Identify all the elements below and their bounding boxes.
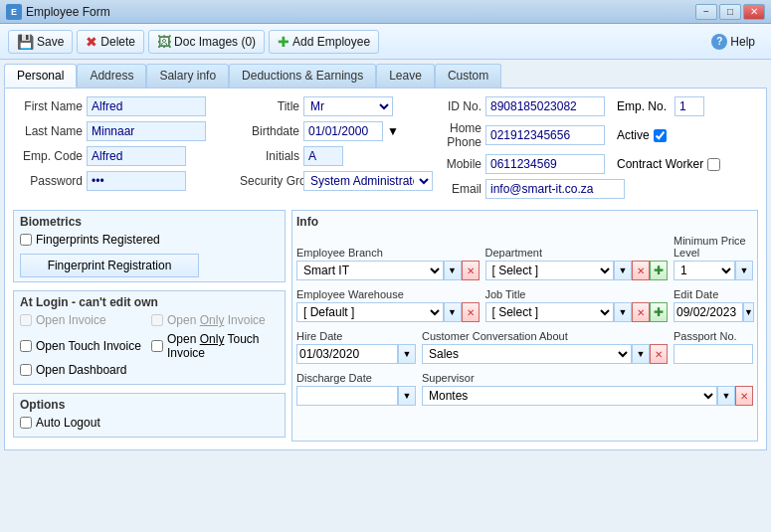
supervisor-clear-btn[interactable]: ✕ bbox=[735, 386, 753, 406]
employee-branch-clear-btn[interactable]: ✕ bbox=[462, 261, 480, 280]
department-select[interactable]: [ Select ] bbox=[485, 261, 615, 280]
hire-date-group: Hire Date ▼ bbox=[296, 330, 416, 364]
initials-input[interactable] bbox=[303, 146, 343, 166]
add-icon: ✚ bbox=[278, 34, 289, 50]
emp-code-input[interactable] bbox=[87, 146, 186, 166]
department-combo: [ Select ] ▼ ✕ ✚ bbox=[485, 261, 669, 280]
maximize-button[interactable]: □ bbox=[719, 4, 741, 20]
close-button[interactable]: ✕ bbox=[743, 4, 765, 20]
title-select[interactable]: MrMrsMsDr bbox=[303, 96, 393, 116]
tab-leave[interactable]: Leave bbox=[376, 64, 435, 88]
open-only-invoice-row: Open Only Invoice bbox=[151, 313, 279, 327]
job-title-clear-btn[interactable]: ✕ bbox=[632, 302, 650, 322]
job-title-label: Job Title bbox=[485, 288, 669, 300]
right-fields: ID No. Emp. No. Home Phone Active Mobile bbox=[417, 96, 758, 204]
help-button[interactable]: ? Help bbox=[703, 31, 763, 53]
mobile-input[interactable] bbox=[485, 154, 605, 174]
tab-salary-info[interactable]: Salary info bbox=[146, 64, 229, 88]
edit-date-calendar-btn[interactable]: ▼ bbox=[743, 302, 754, 322]
tab-personal[interactable]: Personal bbox=[4, 64, 77, 88]
lower-section: Biometrics Fingerprints Registered Finge… bbox=[13, 210, 758, 442]
at-login-section: At Login - can't edit own Open Invoice O… bbox=[13, 290, 286, 385]
email-input[interactable] bbox=[485, 179, 625, 199]
department-dropdown-btn[interactable]: ▼ bbox=[614, 261, 632, 280]
edit-date-group: Edit Date ▼ bbox=[674, 288, 753, 322]
security-group-select[interactable]: System Administrator bbox=[303, 171, 433, 191]
discharge-date-calendar-btn[interactable]: ▼ bbox=[398, 386, 416, 406]
birthdate-row: Birthdate ▼ bbox=[240, 121, 409, 141]
edit-date-combo: ▼ bbox=[674, 302, 753, 322]
discharge-date-input[interactable] bbox=[296, 386, 398, 406]
doc-images-button[interactable]: 🖼 Doc Images (0) bbox=[148, 30, 265, 54]
employee-warehouse-clear-btn[interactable]: ✕ bbox=[462, 302, 480, 322]
hire-date-combo: ▼ bbox=[296, 344, 416, 364]
department-clear-btn[interactable]: ✕ bbox=[632, 261, 650, 280]
login-checkboxes: Open Invoice Open Only Invoice Open Touc… bbox=[20, 313, 279, 363]
customer-conversation-select[interactable]: Sales bbox=[422, 344, 632, 364]
customer-conversation-clear-btn[interactable]: ✕ bbox=[650, 344, 668, 364]
open-dashboard-label: Open Dashboard bbox=[36, 363, 126, 377]
job-title-group: Job Title [ Select ] ▼ ✕ ✚ bbox=[485, 288, 669, 322]
first-name-input[interactable] bbox=[87, 96, 206, 116]
open-only-invoice-checkbox[interactable] bbox=[151, 314, 163, 326]
supervisor-dropdown-btn[interactable]: ▼ bbox=[717, 386, 735, 406]
tab-address[interactable]: Address bbox=[77, 64, 146, 88]
job-title-select[interactable]: [ Select ] bbox=[485, 302, 615, 322]
employee-branch-combo: Smart IT ▼ ✕ bbox=[296, 261, 480, 280]
info-title: Info bbox=[296, 215, 753, 229]
open-invoice-checkbox[interactable] bbox=[20, 314, 32, 326]
hire-date-input[interactable] bbox=[296, 344, 398, 364]
tab-custom[interactable]: Custom bbox=[435, 64, 501, 88]
active-checkbox[interactable] bbox=[654, 129, 667, 142]
home-phone-label: Home Phone bbox=[417, 121, 482, 149]
tab-deductions-earnings[interactable]: Deductions & Earnings bbox=[229, 64, 376, 88]
window-title: Employee Form bbox=[26, 5, 110, 19]
employee-branch-select[interactable]: Smart IT bbox=[296, 261, 444, 280]
open-touch-invoice-checkbox[interactable] bbox=[20, 340, 32, 352]
employee-warehouse-select[interactable]: [ Default ] bbox=[296, 302, 444, 322]
discharge-date-label: Discharge Date bbox=[296, 372, 416, 384]
open-dashboard-checkbox[interactable] bbox=[20, 364, 32, 376]
fingerprints-checkbox[interactable] bbox=[20, 234, 32, 246]
emp-no-input[interactable] bbox=[675, 96, 704, 116]
edit-date-label: Edit Date bbox=[674, 288, 753, 300]
employee-warehouse-dropdown-btn[interactable]: ▼ bbox=[444, 302, 462, 322]
last-name-input[interactable] bbox=[87, 121, 206, 141]
job-title-dropdown-btn[interactable]: ▼ bbox=[614, 302, 632, 322]
supervisor-select[interactable]: Montes bbox=[422, 386, 717, 406]
edit-date-input[interactable] bbox=[674, 302, 743, 322]
home-phone-row: Home Phone Active bbox=[417, 121, 758, 149]
open-only-touch-invoice-checkbox[interactable] bbox=[151, 340, 163, 352]
id-no-input[interactable] bbox=[485, 96, 605, 116]
toolbar: 💾 Save ✖ Delete 🖼 Doc Images (0) ✚ Add E… bbox=[0, 24, 771, 60]
delete-button[interactable]: ✖ Delete bbox=[77, 30, 144, 54]
info-row1: Employee Branch Smart IT ▼ ✕ Department bbox=[296, 235, 753, 284]
fingerprints-row: Fingerprints Registered bbox=[20, 233, 279, 247]
job-title-add-btn[interactable]: ✚ bbox=[650, 302, 668, 322]
biometrics-title: Biometrics bbox=[20, 215, 279, 229]
customer-conversation-dropdown-btn[interactable]: ▼ bbox=[632, 344, 650, 364]
emp-code-label: Emp. Code bbox=[13, 149, 83, 163]
department-add-btn[interactable]: ✚ bbox=[650, 261, 668, 280]
employee-branch-dropdown-btn[interactable]: ▼ bbox=[444, 261, 462, 280]
home-phone-input[interactable] bbox=[485, 125, 605, 145]
passport-no-input[interactable] bbox=[674, 344, 753, 364]
hire-date-calendar-btn[interactable]: ▼ bbox=[398, 344, 416, 364]
minimize-button[interactable]: − bbox=[695, 4, 717, 20]
mobile-row: Mobile Contract Worker bbox=[417, 154, 758, 174]
auto-logout-checkbox[interactable] bbox=[20, 417, 32, 429]
password-input[interactable] bbox=[87, 171, 186, 191]
auto-logout-label: Auto Logout bbox=[36, 416, 100, 430]
discharge-date-group: Discharge Date ▼ bbox=[296, 372, 416, 406]
add-employee-button[interactable]: ✚ Add Employee bbox=[269, 30, 379, 54]
open-invoice-row: Open Invoice bbox=[20, 313, 147, 327]
birthdate-calendar-icon[interactable]: ▼ bbox=[387, 124, 399, 138]
save-button[interactable]: 💾 Save bbox=[8, 30, 73, 54]
info-row3: Hire Date ▼ Customer Conversation About … bbox=[296, 330, 753, 368]
contract-worker-checkbox[interactable] bbox=[707, 158, 720, 171]
min-price-level-select[interactable]: 1 bbox=[674, 261, 735, 280]
first-name-row: First Name bbox=[13, 96, 232, 116]
birthdate-input[interactable] bbox=[303, 121, 383, 141]
fingerprint-registration-button[interactable]: Fingerprint Registration bbox=[20, 254, 199, 277]
min-price-dropdown-btn[interactable]: ▼ bbox=[735, 261, 753, 280]
